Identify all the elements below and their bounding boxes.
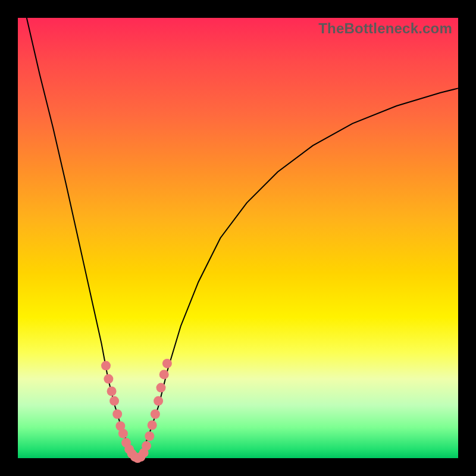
chart-svg [18, 18, 458, 458]
data-marker [154, 396, 163, 406]
data-marker [151, 409, 160, 419]
marker-group [101, 359, 172, 463]
outer-frame: TheBottleneck.com [0, 0, 476, 476]
data-marker [101, 361, 111, 371]
right-curve [137, 88, 458, 458]
plot-area: TheBottleneck.com [18, 18, 458, 458]
curve-group [27, 18, 458, 458]
data-marker [145, 431, 154, 441]
data-marker [112, 409, 122, 419]
data-marker [109, 396, 119, 406]
data-marker [104, 374, 113, 384]
data-marker [162, 359, 172, 368]
data-marker [148, 421, 157, 430]
data-marker [142, 441, 151, 450]
data-marker [107, 387, 117, 396]
data-marker [118, 429, 128, 439]
data-marker [156, 383, 166, 393]
left-curve [27, 18, 137, 458]
data-marker [159, 369, 169, 379]
